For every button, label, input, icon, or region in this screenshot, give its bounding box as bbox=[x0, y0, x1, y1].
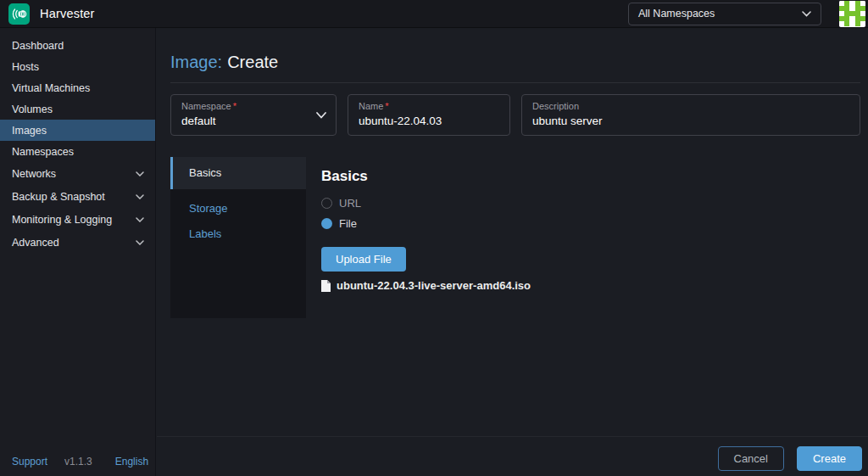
page-title-resource-link[interactable]: Image: bbox=[170, 53, 222, 71]
sidebar: Dashboard Hosts Virtual Machines Volumes… bbox=[0, 28, 156, 476]
basics-heading: Basics bbox=[321, 168, 860, 185]
sidebar-item-label: Namespaces bbox=[12, 146, 74, 158]
sidebar-item-label: Backup & Snapshot bbox=[12, 191, 105, 203]
description-label: Description bbox=[532, 101, 849, 111]
source-radio-url[interactable]: URL bbox=[321, 197, 860, 210]
create-button[interactable]: Create bbox=[797, 446, 862, 471]
sidebar-item-networks[interactable]: Networks bbox=[0, 162, 155, 185]
chevron-down-icon bbox=[316, 112, 326, 119]
tab-labels[interactable]: Labels bbox=[170, 221, 306, 247]
user-avatar[interactable] bbox=[839, 1, 865, 27]
support-link[interactable]: Support bbox=[12, 456, 47, 468]
chevron-down-icon bbox=[136, 171, 144, 176]
sidebar-item-hosts[interactable]: Hosts bbox=[0, 56, 155, 77]
sidebar-nav: Dashboard Hosts Virtual Machines Volumes… bbox=[0, 28, 155, 254]
description-value: ubuntu server bbox=[532, 115, 849, 127]
tab-storage[interactable]: Storage bbox=[170, 196, 306, 221]
description-field[interactable]: Description ubuntu server bbox=[521, 94, 860, 136]
sidebar-item-label: Virtual Machines bbox=[12, 82, 90, 94]
source-radio-file[interactable]: File bbox=[321, 217, 860, 230]
chevron-down-icon bbox=[802, 11, 811, 17]
name-value: ubuntu-22.04.03 bbox=[359, 115, 499, 127]
footer-actions: Cancel Create bbox=[718, 446, 863, 471]
sidebar-item-images[interactable]: Images bbox=[0, 120, 155, 141]
main-content: Image:Create Namespace* default Name* ub… bbox=[157, 28, 868, 476]
chevron-down-icon bbox=[136, 240, 144, 245]
top-header: Harvester All Namespaces bbox=[0, 0, 868, 28]
namespace-label: Namespace* bbox=[181, 101, 326, 111]
sidebar-item-virtual-machines[interactable]: Virtual Machines bbox=[0, 77, 155, 98]
name-label: Name* bbox=[359, 101, 499, 111]
radio-label: URL bbox=[339, 197, 361, 210]
sidebar-item-volumes[interactable]: Volumes bbox=[0, 98, 155, 120]
radio-selected-icon bbox=[321, 218, 332, 229]
side-tabs: Basics Storage Labels bbox=[170, 157, 306, 318]
sidebar-item-dashboard[interactable]: Dashboard bbox=[0, 35, 155, 56]
sidebar-item-label: Advanced bbox=[12, 237, 59, 249]
namespace-select[interactable]: Namespace* default bbox=[170, 94, 337, 136]
cancel-button[interactable]: Cancel bbox=[718, 446, 784, 471]
title-divider bbox=[170, 82, 860, 83]
radio-label: File bbox=[339, 217, 357, 230]
tab-section: Basics Storage Labels Basics URL File Up… bbox=[170, 157, 860, 318]
version-label: v1.1.3 bbox=[64, 456, 92, 468]
language-link[interactable]: English bbox=[115, 456, 148, 468]
sidebar-item-label: Hosts bbox=[12, 61, 39, 73]
required-asterisk: * bbox=[233, 101, 236, 111]
image-form-row: Namespace* default Name* ubuntu-22.04.03… bbox=[170, 94, 860, 136]
sidebar-item-monitoring-logging[interactable]: Monitoring & Logging bbox=[0, 208, 155, 231]
tab-basics[interactable]: Basics bbox=[170, 157, 306, 189]
sidebar-item-label: Monitoring & Logging bbox=[12, 214, 112, 226]
selected-file-row: ubuntu-22.04.3-live-server-amd64.iso bbox=[321, 279, 860, 292]
sidebar-item-label: Volumes bbox=[12, 104, 53, 115]
sidebar-item-advanced[interactable]: Advanced bbox=[0, 231, 155, 254]
namespace-filter-dropdown[interactable]: All Namespaces bbox=[628, 3, 821, 25]
sidebar-item-backup-snapshot[interactable]: Backup & Snapshot bbox=[0, 185, 155, 208]
namespace-value: default bbox=[181, 115, 326, 127]
required-asterisk: * bbox=[385, 101, 388, 111]
app-title: Harvester bbox=[40, 7, 95, 20]
namespace-filter-value: All Namespaces bbox=[638, 8, 715, 20]
harvester-logo-icon[interactable] bbox=[8, 3, 30, 25]
page-title-action: Create bbox=[227, 53, 278, 71]
harvester-app: Harvester All Namespaces Dashboard Hosts… bbox=[0, 0, 868, 476]
sidebar-item-label: Images bbox=[12, 125, 47, 137]
file-icon bbox=[321, 280, 331, 292]
radio-unselected-icon bbox=[321, 198, 332, 209]
upload-file-button[interactable]: Upload File bbox=[321, 247, 406, 272]
sidebar-item-label: Networks bbox=[12, 168, 56, 180]
basics-tab-panel: Basics URL File Upload File ubuntu-22.04… bbox=[306, 157, 860, 292]
footer-divider bbox=[157, 436, 868, 437]
file-name: ubuntu-22.04.3-live-server-amd64.iso bbox=[337, 279, 531, 292]
chevron-down-icon bbox=[136, 194, 144, 199]
page-title: Image:Create bbox=[170, 53, 278, 72]
harvester-logo-glyph bbox=[12, 8, 27, 20]
sidebar-item-label: Dashboard bbox=[12, 40, 64, 52]
chevron-down-icon bbox=[136, 217, 144, 222]
sidebar-footer: Support v1.1.3 English bbox=[0, 456, 155, 468]
sidebar-item-namespaces[interactable]: Namespaces bbox=[0, 141, 155, 162]
name-field[interactable]: Name* ubuntu-22.04.03 bbox=[348, 94, 510, 136]
